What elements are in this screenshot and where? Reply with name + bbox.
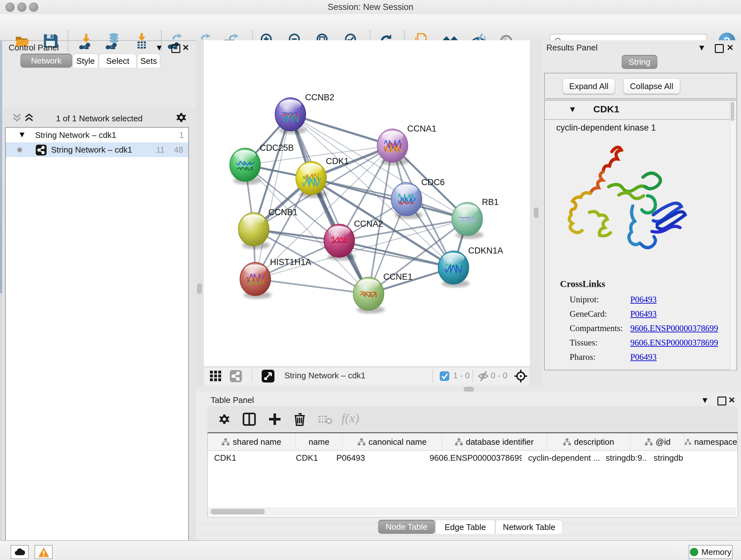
table-cell[interactable]: CDK1 bbox=[208, 450, 289, 465]
network-node-CDK1[interactable] bbox=[296, 162, 327, 198]
panel-divider[interactable] bbox=[196, 40, 203, 386]
divider-handle[interactable] bbox=[197, 284, 202, 294]
network-options-gear-icon[interactable] bbox=[175, 111, 188, 124]
memory-label: Memory bbox=[701, 547, 731, 557]
column-header-name[interactable]: name bbox=[296, 433, 343, 450]
node-table: shared namenamecanonical namedatabase id… bbox=[207, 432, 738, 517]
column-header-description[interactable]: description bbox=[547, 433, 631, 450]
crosslink-link[interactable]: P06493 bbox=[630, 309, 657, 319]
network-edge[interactable] bbox=[255, 279, 368, 294]
tab-select[interactable]: Select bbox=[99, 54, 137, 68]
fit-content-crosshair-icon[interactable] bbox=[514, 369, 528, 383]
column-header-label: shared name bbox=[232, 437, 281, 447]
divider-handle[interactable] bbox=[534, 207, 538, 218]
results-scrollbar[interactable] bbox=[730, 101, 735, 370]
network-node-HIST1H1A[interactable] bbox=[240, 262, 272, 299]
scrollbar-thumb[interactable] bbox=[211, 509, 265, 514]
column-header-label: name bbox=[309, 437, 329, 447]
network-node-CCNA1[interactable] bbox=[377, 129, 409, 165]
tab-string[interactable]: String bbox=[622, 55, 657, 69]
control-panel-float-icon[interactable] bbox=[172, 44, 180, 53]
memory-button[interactable]: Memory bbox=[689, 545, 733, 559]
current-network-name: String Network – cdk1 bbox=[284, 371, 365, 381]
table-horizontal-scrollbar[interactable] bbox=[208, 508, 737, 516]
share-view-icon[interactable] bbox=[230, 370, 242, 382]
column-header-namespace[interactable]: namespace bbox=[685, 433, 738, 450]
table-cell[interactable]: 9606.ENSP00000378699 bbox=[423, 450, 522, 465]
results-panel-collapse-icon[interactable]: ▼ bbox=[697, 43, 706, 52]
results-panel-float-icon[interactable] bbox=[715, 44, 724, 53]
network-canvas[interactable]: CCNB2CCNA1CDC25BCDK1CDC6RB1CCNB1CCNA2CDK… bbox=[203, 40, 530, 367]
result-entry-name: CDK1 bbox=[593, 104, 619, 115]
network-graph[interactable]: CCNB2CCNA1CDC25BCDK1CDC6RB1CCNB1CCNA2CDK… bbox=[204, 40, 530, 367]
network-node-CCNE1[interactable] bbox=[353, 277, 385, 314]
table-panel: Table Panel ▼ ✕ f(x) shared namenamecano… bbox=[196, 392, 741, 540]
grid-view-icon[interactable] bbox=[210, 371, 221, 381]
results-scrollbar-thumb[interactable] bbox=[731, 102, 734, 121]
network-node-CCNA2[interactable] bbox=[324, 224, 355, 260]
network-node-CDKN1A[interactable] bbox=[438, 251, 470, 287]
delete-column-icon[interactable] bbox=[293, 413, 307, 426]
crosslink-link[interactable]: 9606.ENSP00000378699 bbox=[630, 323, 718, 333]
tab-style[interactable]: Style bbox=[73, 54, 98, 68]
warning-status-button[interactable] bbox=[35, 545, 53, 559]
network-collection-row[interactable]: ▼ String Network – cdk1 1 bbox=[6, 128, 188, 142]
column-header-database-identifier[interactable]: database identifier bbox=[442, 433, 547, 450]
table-row[interactable]: CDK1CDK1P064939606.ENSP00000378699cyclin… bbox=[208, 450, 738, 465]
tab-network-table[interactable]: Network Table bbox=[495, 520, 562, 534]
network-node-RB1[interactable] bbox=[452, 202, 483, 239]
tab-edge-table[interactable]: Edge Table bbox=[435, 520, 495, 534]
column-header-canonical-name[interactable]: canonical name bbox=[343, 433, 442, 450]
table-options-gear-icon[interactable] bbox=[218, 413, 231, 426]
add-column-icon[interactable] bbox=[268, 413, 281, 426]
crosslink-link[interactable]: P06493 bbox=[630, 295, 657, 305]
birds-eye-view-icon[interactable] bbox=[262, 370, 274, 382]
network-node-CDC25B[interactable] bbox=[230, 148, 261, 185]
network-edge-count: 48 bbox=[174, 142, 183, 157]
table-cell[interactable]: stringdb bbox=[647, 450, 693, 465]
node-label-CCNE1: CCNE1 bbox=[383, 272, 413, 282]
control-panel-close-icon[interactable]: ✕ bbox=[182, 43, 189, 52]
result-entry-header[interactable]: ▼ CDK1 bbox=[545, 101, 737, 120]
node-table-header: shared namenamecanonical namedatabase id… bbox=[208, 433, 738, 451]
delete-table-icon bbox=[319, 415, 333, 425]
selected-checkbox-icon[interactable] bbox=[440, 371, 449, 381]
tab-node-table[interactable]: Node Table bbox=[378, 520, 435, 534]
column-hierarchy-icon bbox=[563, 438, 571, 445]
column-header-label: canonical name bbox=[368, 437, 427, 447]
collapse-entry-icon[interactable]: ▼ bbox=[568, 105, 577, 114]
column-header-shared-name[interactable]: shared name bbox=[208, 433, 296, 450]
table-cell[interactable]: cyclin-dependent ... bbox=[522, 450, 599, 465]
table-cell[interactable]: P06493 bbox=[330, 450, 423, 465]
network-node-CCNB1[interactable] bbox=[239, 212, 270, 249]
warning-icon bbox=[38, 547, 50, 557]
tab-sets[interactable]: Sets bbox=[137, 54, 160, 68]
table-cell[interactable]: stringdb:9... bbox=[599, 450, 647, 465]
table-panel-collapse-icon[interactable]: ▼ bbox=[701, 395, 709, 405]
control-panel-collapse-icon[interactable]: ▼ bbox=[155, 43, 163, 52]
network-state-dot-icon bbox=[17, 147, 22, 152]
node-label-RB1: RB1 bbox=[482, 197, 499, 207]
expand-all-button[interactable]: Expand All bbox=[562, 78, 615, 94]
show-columns-icon[interactable] bbox=[243, 413, 256, 426]
collapse-all-button[interactable]: Collapse All bbox=[623, 78, 680, 94]
table-cell[interactable]: CDK1 bbox=[289, 450, 330, 465]
crosslink-link[interactable]: 9606.ENSP00000378699 bbox=[630, 338, 718, 348]
results-panel-close-icon[interactable]: ✕ bbox=[727, 43, 734, 52]
tab-network[interactable]: Network bbox=[20, 54, 72, 68]
cloud-status-button[interactable] bbox=[10, 545, 29, 559]
title-bar: Session: New Session bbox=[0, 0, 741, 14]
network-edge[interactable] bbox=[339, 241, 454, 267]
table-panel-float-icon[interactable] bbox=[718, 396, 726, 406]
column-header-@id[interactable]: @id bbox=[630, 433, 685, 450]
table-panel-close-icon[interactable]: ✕ bbox=[728, 395, 735, 405]
crosslink-label: Compartments: bbox=[569, 323, 623, 333]
protein-structure-image bbox=[557, 139, 698, 273]
network-node-CCNB2[interactable] bbox=[275, 98, 307, 134]
divider-handle[interactable] bbox=[464, 387, 474, 391]
node-label-CCNB1: CCNB1 bbox=[268, 207, 298, 217]
crosslink-label: Pharos: bbox=[569, 352, 596, 362]
network-row-selected[interactable]: String Network – cdk1 11 48 bbox=[6, 142, 188, 157]
result-entry-description: cyclin-dependent kinase 1 bbox=[556, 123, 656, 133]
crosslink-link[interactable]: P06493 bbox=[630, 352, 657, 362]
